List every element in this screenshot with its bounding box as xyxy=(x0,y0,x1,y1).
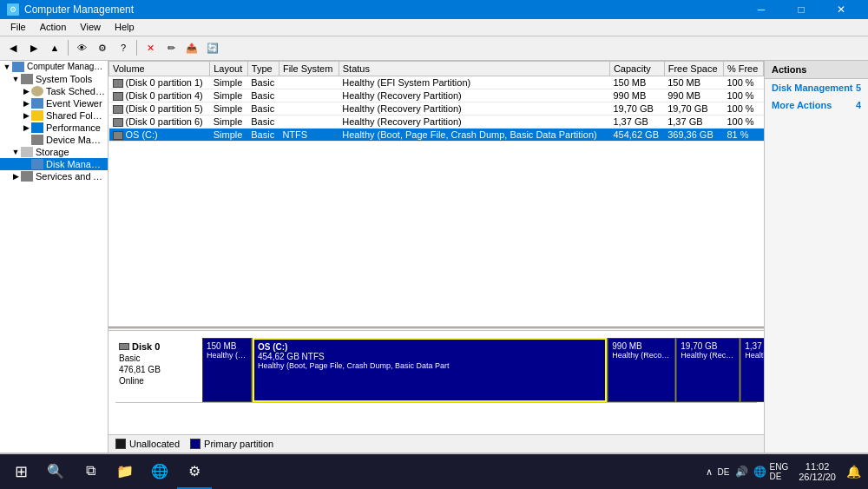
actions-more-label: More Actions xyxy=(772,100,832,110)
app-icon: ⚙ xyxy=(7,3,19,16)
toolbar-btn-refresh[interactable]: 🔄 xyxy=(203,38,222,57)
legend: Unallocated Primary partition xyxy=(108,434,764,453)
cell-pct: 100 % xyxy=(723,116,763,129)
col-pctfree[interactable]: % Free xyxy=(723,61,763,76)
table-row[interactable]: OS (C:)SimpleBasicNTFSHealthy (Boot, Pag… xyxy=(109,129,764,142)
cell-layout: Simple xyxy=(210,89,248,102)
partition-name-os: OS (C:) xyxy=(258,342,602,352)
expand-icon-services: ▶ xyxy=(10,172,21,181)
cell-pct: 100 % xyxy=(723,89,763,102)
toolbar-btn-properties[interactable]: ⚙ xyxy=(93,38,112,57)
menu-view[interactable]: View xyxy=(73,20,108,34)
table-row[interactable]: (Disk 0 partition 1)SimpleBasicHealthy (… xyxy=(109,76,764,89)
cell-type: Basic xyxy=(247,116,279,129)
tree-item-services-apps[interactable]: ▶ Services and Applications xyxy=(0,170,108,182)
partition-size-rec1: 990 MB xyxy=(612,341,671,351)
maximize-button[interactable]: □ xyxy=(781,0,821,19)
expand-icon-event: ▶ xyxy=(21,99,31,108)
tree-item-shared-folders[interactable]: ▶ Shared Folders xyxy=(0,109,108,122)
disk-row-0: Disk 0 Basic 476,81 GB Online 150 MBHeal… xyxy=(115,338,757,403)
cell-free: 1,37 GB xyxy=(664,116,723,129)
toolbar-btn-show-hide[interactable]: 👁 xyxy=(72,38,91,57)
cell-capacity: 990 MB xyxy=(609,89,664,102)
close-button[interactable]: ✕ xyxy=(821,0,861,19)
tree-item-storage[interactable]: ▼ Storage xyxy=(0,146,108,158)
legend-box-primary xyxy=(190,439,201,449)
event-icon xyxy=(31,98,43,109)
partition-info-rec3: Healthy (Recovery Partition) xyxy=(745,351,764,360)
menu-action[interactable]: Action xyxy=(33,20,74,34)
col-capacity[interactable]: Capacity xyxy=(609,61,664,76)
legend-label-unalloc: Unallocated xyxy=(129,439,180,449)
cell-fs xyxy=(279,102,339,116)
toolbar-btn-2[interactable]: ▶ xyxy=(24,38,43,57)
menu-help[interactable]: Help xyxy=(108,20,141,34)
tree-label-event-viewer: Event Viewer xyxy=(46,98,102,109)
tree-item-system-tools[interactable]: ▼ System Tools xyxy=(0,73,108,85)
tree-item-event-viewer[interactable]: ▶ Event Viewer xyxy=(0,97,108,109)
partition-rec2[interactable]: 19,70 GBHealthy (Recovery Partition) xyxy=(676,338,740,402)
col-status[interactable]: Status xyxy=(339,61,609,76)
toolbar-btn-delete[interactable]: ✕ xyxy=(141,38,160,57)
col-type[interactable]: Type xyxy=(247,61,279,76)
tree-item-device-manager[interactable]: Device Manager xyxy=(0,134,108,146)
disk-upper: Volume Layout Type File System Status Ca… xyxy=(108,61,764,327)
partition-rec1[interactable]: 990 MBHealthy (Recovery Partition xyxy=(608,338,675,402)
partition-os[interactable]: OS (C:)454,62 GB NTFSHealthy (Boot, Page… xyxy=(253,338,607,402)
col-freespace[interactable]: Free Space xyxy=(664,61,723,76)
window-title: Computer Management xyxy=(24,3,134,16)
col-volume[interactable]: Volume xyxy=(109,61,210,76)
disk-mgmt-icon xyxy=(31,159,43,169)
legend-item-unalloc: Unallocated xyxy=(115,439,180,449)
disk-icon xyxy=(119,343,129,350)
toolbar-btn-rename[interactable]: ✏ xyxy=(161,38,181,57)
cell-status: Healthy (Recovery Partition) xyxy=(339,89,609,102)
computer-icon xyxy=(12,62,24,72)
toolbar-btn-up[interactable]: ▲ xyxy=(45,38,64,57)
cell-status: Healthy (Recovery Partition) xyxy=(339,102,609,116)
cell-free: 19,70 GB xyxy=(664,102,723,116)
cell-fs xyxy=(279,89,339,102)
partition-efi[interactable]: 150 MBHealthy (EFI Syste xyxy=(202,338,252,402)
tree-item-performance[interactable]: ▶ Performance xyxy=(0,122,108,134)
tree-item-task-scheduler[interactable]: ▶ Task Scheduler xyxy=(0,85,108,97)
tree-item-computer-mgmt[interactable]: ▼ Computer Management (Local) xyxy=(0,61,108,73)
cell-status: Healthy (Boot, Page File, Crash Dump, Ba… xyxy=(339,129,609,142)
cell-fs xyxy=(279,116,339,129)
cell-type: Basic xyxy=(247,89,279,102)
disk-size: 476,81 GB xyxy=(119,365,199,374)
menu-file[interactable]: File xyxy=(3,20,33,34)
minimize-button[interactable]: ─ xyxy=(741,0,781,19)
cell-volume: (Disk 0 partition 1) xyxy=(109,76,210,89)
disk-label-0: Disk 0 Basic 476,81 GB Online xyxy=(115,338,202,402)
menu-bar: File Action View Help xyxy=(0,19,868,36)
disk-type: Basic xyxy=(119,354,199,363)
col-filesystem[interactable]: File System xyxy=(279,61,339,76)
cell-layout: Simple xyxy=(210,116,248,129)
col-layout[interactable]: Layout xyxy=(210,61,248,76)
actions-panel: Actions Disk Management 5 More Actions 4 xyxy=(764,61,868,453)
table-row[interactable]: (Disk 0 partition 5)SimpleBasicHealthy (… xyxy=(109,102,764,116)
toolbar-btn-export[interactable]: 📤 xyxy=(182,38,201,57)
actions-more-section[interactable]: More Actions 4 xyxy=(765,96,868,114)
expand-icon-task: ▶ xyxy=(21,87,31,96)
table-row[interactable]: (Disk 0 partition 4)SimpleBasicHealthy (… xyxy=(109,89,764,102)
toolbar-btn-help[interactable]: ? xyxy=(114,38,133,57)
folder-icon xyxy=(31,110,43,121)
partition-size-rec2: 19,70 GB xyxy=(681,341,735,351)
table-row[interactable]: (Disk 0 partition 6)SimpleBasicHealthy (… xyxy=(109,116,764,129)
partition-rec3[interactable]: 1,37 GBHealthy (Recovery Partition) xyxy=(740,338,764,402)
legend-label-primary: Primary partition xyxy=(204,439,273,449)
cell-type: Basic xyxy=(247,129,279,142)
cell-capacity: 1,37 GB xyxy=(609,116,664,129)
cell-capacity: 19,70 GB xyxy=(609,102,664,116)
tree-item-disk-management[interactable]: Disk Management xyxy=(0,158,108,170)
toolbar-btn-1[interactable]: ◀ xyxy=(3,38,23,57)
storage-icon xyxy=(21,147,33,157)
expand-icon-shared: ▶ xyxy=(21,111,31,120)
actions-disk-mgmt-section[interactable]: Disk Management 5 xyxy=(765,79,868,96)
cell-status: Healthy (EFI System Partition) xyxy=(339,76,609,89)
cell-free: 990 MB xyxy=(664,89,723,102)
content-panel: Volume Layout Type File System Status Ca… xyxy=(108,61,764,453)
cell-capacity: 454,62 GB xyxy=(609,129,664,142)
